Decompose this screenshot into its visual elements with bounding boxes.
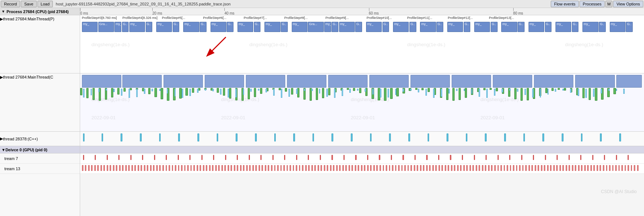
stream13-block[interactable]	[119, 165, 121, 171]
cpu-c-block-small[interactable]	[130, 88, 132, 90]
cpu-c-block-small[interactable]	[353, 88, 355, 91]
stream13-block[interactable]	[240, 165, 242, 171]
cpu-c-block-small[interactable]	[217, 88, 219, 93]
cpu-c-block-large[interactable]	[82, 75, 121, 88]
stream13-block[interactable]	[321, 165, 322, 171]
cpu-c-block-teal[interactable]	[502, 89, 503, 92]
stream13-block[interactable]	[131, 165, 133, 171]
stream7-block[interactable]	[580, 155, 581, 160]
stream13-block[interactable]	[243, 165, 244, 171]
stream13-block[interactable]	[293, 165, 294, 171]
stream13-block[interactable]	[389, 165, 390, 171]
stream7-block[interactable]	[426, 155, 427, 160]
stream7-block[interactable]	[355, 155, 356, 160]
cpu-c-block-small[interactable]	[496, 88, 498, 91]
cpu-block[interactable]: G..	[227, 22, 233, 32]
cpu-c-block-teal[interactable]	[517, 89, 518, 92]
cpu-c-block-small[interactable]	[322, 88, 324, 98]
cpp-block[interactable]	[619, 133, 621, 141]
cpu-c-block-small[interactable]	[428, 88, 430, 92]
stream13-block[interactable]	[265, 165, 266, 171]
stream13-block[interactable]	[386, 165, 387, 171]
stream13-block[interactable]	[423, 165, 424, 171]
cpu-c-block-teal[interactable]	[159, 89, 161, 91]
cpu-c-block-small[interactable]	[521, 88, 523, 101]
stream13-block[interactable]	[308, 165, 310, 171]
stream7-block[interactable]	[486, 155, 487, 160]
cpu-c-block-teal[interactable]	[182, 89, 183, 98]
stream13-block[interactable]	[255, 165, 257, 171]
stream13-block[interactable]	[125, 165, 127, 171]
stream7-block[interactable]	[569, 155, 570, 160]
cpu-c-block-teal[interactable]	[601, 89, 602, 93]
stream13-block[interactable]	[628, 165, 629, 171]
stream7-block[interactable]	[142, 155, 143, 160]
stream7-block[interactable]	[604, 155, 605, 160]
cpu-c-block-teal[interactable]	[250, 89, 252, 92]
stream13-block[interactable]	[85, 165, 86, 171]
stream7-block[interactable]	[166, 155, 167, 160]
stream13-block[interactable]	[197, 165, 198, 171]
cpu-c-block-teal[interactable]	[189, 89, 191, 96]
cpu-c-block-large[interactable]	[122, 75, 162, 88]
cpu-c-block-small[interactable]	[297, 88, 299, 97]
cpu-c-block-small[interactable]	[359, 88, 361, 93]
stream13-block[interactable]	[122, 165, 123, 171]
stream13-block[interactable]	[485, 165, 486, 171]
stream13-block[interactable]	[166, 165, 167, 171]
stream13-block[interactable]	[392, 165, 393, 171]
cpu-block[interactable]: my_	[447, 22, 463, 32]
stream13-block[interactable]	[507, 165, 508, 171]
stream13-block[interactable]	[541, 165, 542, 171]
cpu-c-block-small[interactable]	[459, 88, 461, 100]
cpu-c-block-small[interactable]	[415, 88, 417, 90]
stream13-block[interactable]	[429, 165, 431, 171]
stream7-block[interactable]	[154, 155, 155, 160]
cpu-block[interactable]: G..	[464, 22, 471, 32]
stream13-block[interactable]	[162, 165, 164, 171]
cpu-c-block-teal[interactable]	[152, 89, 153, 91]
cpu-block[interactable]: my_	[156, 22, 172, 32]
stream13-block[interactable]	[417, 165, 418, 171]
stream7-block[interactable]	[308, 155, 309, 160]
stream13-block[interactable]	[97, 165, 99, 171]
cpu-c-block-teal[interactable]	[357, 89, 358, 91]
stream13-block[interactable]	[314, 165, 316, 171]
cpu-block[interactable]: G..	[436, 22, 443, 32]
cpp-block[interactable]	[83, 133, 85, 141]
stream13-block[interactable]	[401, 165, 403, 171]
stream13-block[interactable]	[513, 165, 514, 171]
cpu-c-block-teal[interactable]	[91, 89, 92, 95]
stream13-block[interactable]	[187, 165, 189, 171]
stream13-block[interactable]	[358, 165, 359, 171]
stream7-block[interactable]	[521, 155, 522, 160]
stream7-block[interactable]	[260, 155, 262, 160]
cpu-c-block-teal[interactable]	[593, 89, 594, 97]
cpp-block[interactable]	[140, 133, 142, 141]
trace-row-main-py[interactable]: dingsheng(1e-ds.) dingsheng(1e-ds.) ding…	[80, 15, 644, 73]
stream7-block[interactable]	[343, 155, 345, 160]
stream13-block[interactable]	[330, 165, 331, 171]
stream7-block[interactable]	[296, 155, 297, 160]
cpu-block[interactable]: my_...	[114, 22, 121, 32]
cpu-block[interactable]: my_	[610, 22, 625, 32]
stream13-block[interactable]	[91, 165, 93, 171]
cpu-block[interactable]: G..	[254, 22, 261, 32]
cpu-block[interactable]: my_	[420, 22, 436, 32]
flow-events-button[interactable]: Flow events	[551, 1, 579, 7]
stream13-block[interactable]	[349, 165, 350, 171]
stream7-block[interactable]	[83, 155, 84, 160]
cpp-block[interactable]	[236, 133, 237, 141]
cpu-c-block-teal[interactable]	[616, 89, 617, 91]
cpu-c-block-small[interactable]	[595, 88, 597, 101]
cpu-c-block-large[interactable]	[616, 75, 642, 88]
stream13-block[interactable]	[221, 165, 223, 171]
stream13-block[interactable]	[231, 165, 232, 171]
stream13-block[interactable]	[531, 165, 533, 171]
stream7-block[interactable]	[284, 155, 285, 160]
stream13-block[interactable]	[498, 165, 499, 171]
stream13-block[interactable]	[544, 165, 545, 171]
stream13-block[interactable]	[94, 165, 96, 171]
cpu-c-block-teal[interactable]	[334, 89, 335, 98]
stream13-block[interactable]	[597, 165, 598, 171]
